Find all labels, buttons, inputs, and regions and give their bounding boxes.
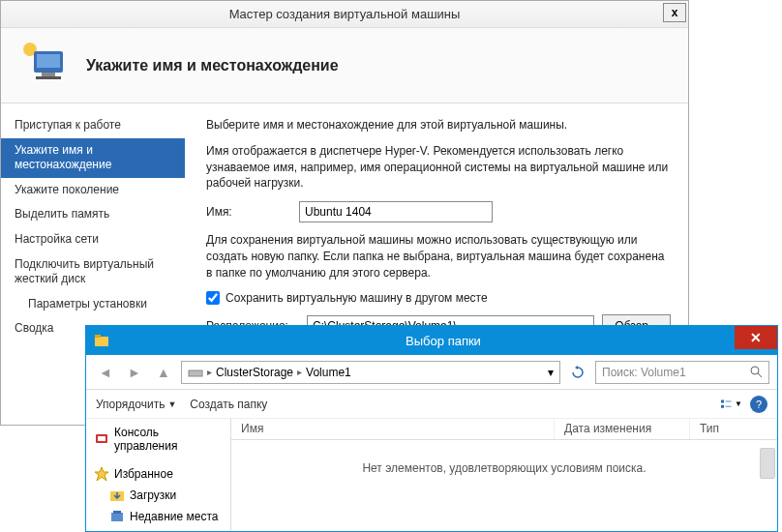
sidebar-item-install-options[interactable]: Параметры установки <box>1 292 185 317</box>
forward-button[interactable]: ► <box>123 361 146 384</box>
close-button[interactable]: x <box>663 3 686 22</box>
crumb-volume1[interactable]: Volume1 <box>306 366 351 379</box>
name-row: Имя: <box>206 201 671 222</box>
drive-icon <box>188 365 203 380</box>
tree-panel: Консоль управления Избранное Загрузки Не… <box>86 419 231 531</box>
up-button[interactable]: ▲ <box>152 361 175 384</box>
picker-title: Выбор папки <box>117 334 769 348</box>
svg-rect-7 <box>95 335 101 338</box>
refresh-button[interactable] <box>566 361 589 384</box>
svg-line-10 <box>758 373 762 377</box>
chevron-right-icon: ▸ <box>297 367 302 377</box>
breadcrumb-bar[interactable]: ▸ ClusterStorage ▸ Volume1 ▾ <box>181 361 560 384</box>
svg-rect-4 <box>36 76 61 79</box>
back-button[interactable]: ◄ <box>94 361 117 384</box>
picker-close-button[interactable]: ✕ <box>735 326 777 349</box>
col-type[interactable]: Тип <box>690 419 777 439</box>
downloads-icon <box>109 488 125 503</box>
name-label: Имя: <box>206 205 299 219</box>
search-input[interactable]: Поиск: Volume1 <box>595 361 769 384</box>
recent-icon <box>109 509 125 524</box>
file-list: Имя Дата изменения Тип Нет элементов, уд… <box>231 419 777 531</box>
help-button[interactable]: ? <box>750 396 767 413</box>
name-input[interactable] <box>299 201 493 222</box>
svg-rect-19 <box>113 511 121 514</box>
intro-text-2: Имя отображается в диспетчере Hyper-V. Р… <box>206 143 671 192</box>
empty-message: Нет элементов, удовлетворяющих условиям … <box>231 440 777 496</box>
svg-rect-8 <box>189 370 202 376</box>
storage-text: Для сохранения виртуальной машины можно … <box>206 232 671 281</box>
checkbox-label: Сохранить виртуальную машину в другом ме… <box>226 291 488 305</box>
wizard-titlebar: Мастер создания виртуальной машины x <box>1 1 688 28</box>
chevron-down-icon: ▼ <box>167 399 176 409</box>
wizard-heading: Укажите имя и местонахождение <box>86 57 339 74</box>
sidebar-item-start[interactable]: Приступая к работе <box>1 113 185 138</box>
intro-text-1: Выберите имя и местонахождение для этой … <box>206 117 671 133</box>
console-icon <box>94 431 109 447</box>
col-date[interactable]: Дата изменения <box>555 419 690 439</box>
picker-titlebar: Выбор папки ✕ <box>86 326 777 355</box>
folder-icon <box>94 333 109 348</box>
list-header: Имя Дата изменения Тип <box>231 419 777 440</box>
organize-menu[interactable]: Упорядочить▼ <box>96 398 176 411</box>
search-placeholder: Поиск: Volume1 <box>602 366 686 379</box>
col-name[interactable]: Имя <box>231 419 555 439</box>
star-icon <box>94 466 109 482</box>
svg-point-9 <box>751 367 759 374</box>
sidebar-item-generation[interactable]: Укажите поколение <box>1 178 185 203</box>
folder-picker-window: Выбор папки ✕ ◄ ► ▲ ▸ ClusterStorage ▸ V… <box>85 325 778 532</box>
svg-rect-12 <box>721 404 724 407</box>
view-button[interactable]: ▼ <box>721 394 742 415</box>
svg-rect-2 <box>37 54 60 68</box>
chevron-right-icon: ▸ <box>207 367 212 377</box>
sidebar-item-disk[interactable]: Подключить виртуальный жесткий диск <box>1 252 185 292</box>
new-folder-button[interactable]: Создать папку <box>190 398 267 411</box>
svg-rect-3 <box>42 73 55 76</box>
picker-nav: ◄ ► ▲ ▸ ClusterStorage ▸ Volume1 ▾ Поиск… <box>86 355 777 390</box>
tree-favorites[interactable]: Избранное <box>94 463 223 485</box>
picker-body: Консоль управления Избранное Загрузки Не… <box>86 419 777 531</box>
tree-console[interactable]: Консоль управления <box>94 423 223 456</box>
wizard-header: Укажите имя и местонахождение <box>1 28 688 103</box>
wizard-vm-icon <box>18 40 71 92</box>
svg-rect-6 <box>95 337 108 346</box>
svg-rect-11 <box>721 399 724 402</box>
scrollbar-thumb[interactable] <box>760 448 775 479</box>
sidebar-item-memory[interactable]: Выделить память <box>1 202 185 227</box>
search-icon <box>750 366 763 378</box>
crumb-clusterstorage[interactable]: ClusterStorage <box>216 366 293 379</box>
wizard-title: Мастер создания виртуальной машины <box>229 7 461 21</box>
other-location-checkbox[interactable] <box>206 291 220 305</box>
sidebar-item-network[interactable]: Настройка сети <box>1 227 185 252</box>
picker-toolbar: Упорядочить▼ Создать папку ▼ ? <box>86 390 777 419</box>
tree-downloads[interactable]: Загрузки <box>94 485 223 506</box>
sidebar-item-name-location[interactable]: Укажите имя и местонахождение <box>1 138 185 178</box>
tree-recent[interactable]: Недавние места <box>94 506 223 527</box>
chevron-down-icon[interactable]: ▾ <box>548 366 554 379</box>
svg-rect-18 <box>111 513 123 521</box>
checkbox-row: Сохранить виртуальную машину в другом ме… <box>206 291 671 305</box>
svg-rect-16 <box>98 436 105 441</box>
